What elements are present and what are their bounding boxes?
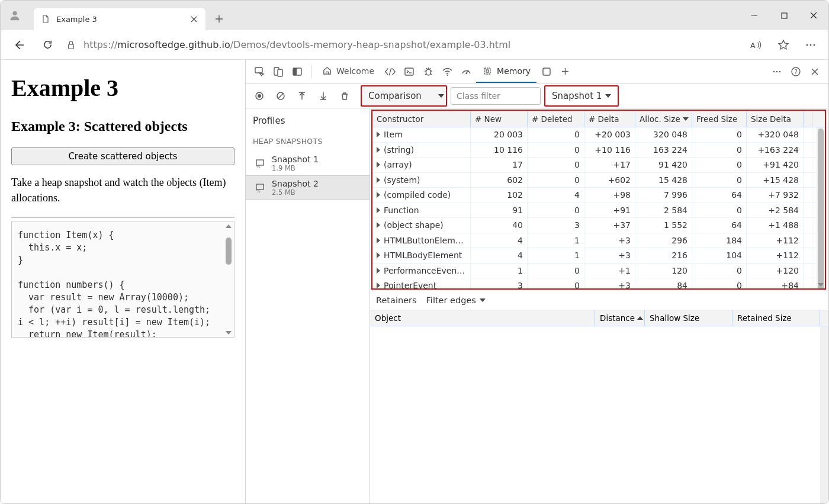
tab-add[interactable] xyxy=(557,63,574,81)
svg-point-4 xyxy=(806,44,808,46)
scrollbar[interactable] xyxy=(817,127,825,288)
bug-icon xyxy=(423,66,434,77)
tab-console[interactable] xyxy=(400,63,418,81)
tab-sources[interactable] xyxy=(419,63,437,81)
import-button[interactable] xyxy=(293,87,311,105)
table-row[interactable]: (array)170+1791 4200+91 420 xyxy=(372,158,825,173)
table-row[interactable]: (string)10 1160+10 116163 2240+163 224 xyxy=(372,143,825,158)
back-button[interactable] xyxy=(9,35,29,55)
col-retained-size[interactable]: Retained Size xyxy=(732,310,820,326)
create-scattered-objects-button[interactable]: Create scattered objects xyxy=(11,147,234,165)
svg-point-0 xyxy=(12,11,17,15)
cell-freed: 0 xyxy=(692,143,747,158)
page-content: Example 3 Example 3: Scattered objects C… xyxy=(1,60,245,503)
chevron-down-icon xyxy=(438,94,444,98)
star-icon xyxy=(777,39,789,51)
table-row[interactable]: (compiled code)1024+987 99664+7 932 xyxy=(372,188,825,203)
table-row[interactable]: PointerEvent30+3840+84 xyxy=(372,278,825,288)
cell-deleted: 0 xyxy=(528,173,584,188)
constructor-name: (string) xyxy=(384,145,414,155)
col-freed-size[interactable]: Freed Size xyxy=(692,111,747,127)
col-alloc-size[interactable]: Alloc. Size xyxy=(635,111,692,127)
cell-deleted: 0 xyxy=(528,158,584,172)
class-filter-input[interactable]: Class filter xyxy=(451,87,541,105)
tab-welcome[interactable]: Welcome xyxy=(316,60,380,83)
view-mode-select[interactable]: Comparison xyxy=(362,87,445,105)
inspect-button[interactable] xyxy=(250,63,268,81)
tab-elements[interactable] xyxy=(381,63,399,81)
table-row[interactable]: (object shape)403+371 55264+1 488 xyxy=(372,218,825,233)
constructor-name: PerformanceEven… xyxy=(384,266,465,275)
help-icon: ? xyxy=(791,66,801,77)
cell-sizedelta: +91 420 xyxy=(747,158,804,172)
cell-sizedelta: +15 428 xyxy=(747,173,804,188)
code-block[interactable]: function Item(x) { this.x = x; } functio… xyxy=(11,221,234,338)
scrollbar[interactable] xyxy=(820,326,828,504)
disclosure-icon xyxy=(377,192,380,198)
scrollbar[interactable] xyxy=(224,223,233,336)
svg-point-13 xyxy=(426,69,430,75)
export-button[interactable] xyxy=(314,87,332,105)
snapshot-item[interactable]: % Snapshot 2 2.5 MB xyxy=(246,175,369,200)
tab-network[interactable] xyxy=(438,63,456,81)
new-tab-button[interactable] xyxy=(209,9,229,29)
tab-application[interactable] xyxy=(538,63,555,81)
devtools-close-button[interactable] xyxy=(806,63,824,81)
col-object[interactable]: Object xyxy=(370,310,595,326)
gc-button[interactable] xyxy=(336,87,354,105)
table-row[interactable]: Function910+912 5840+2 584 xyxy=(372,203,825,219)
table-row[interactable]: PerformanceEven…10+11200+120 xyxy=(372,264,825,279)
svg-rect-18 xyxy=(543,68,550,75)
disclosure-icon xyxy=(377,207,380,213)
col-deleted[interactable]: # Deleted xyxy=(528,111,584,127)
tab-memory[interactable]: Memory xyxy=(476,60,536,83)
browser-tab[interactable]: Example 3 xyxy=(34,8,205,30)
dock-button[interactable] xyxy=(288,63,306,81)
col-new[interactable]: # New xyxy=(471,111,528,127)
refresh-button[interactable] xyxy=(37,35,57,55)
baseline-highlight: Snapshot 1 xyxy=(544,85,619,107)
cell-new: 4 xyxy=(471,248,528,263)
cell-alloc: 15 428 xyxy=(635,173,692,188)
table-row[interactable]: HTMLButtonElem…41+3296184+112 xyxy=(372,233,825,249)
cell-freed: 64 xyxy=(692,218,747,233)
tab-performance[interactable] xyxy=(457,63,475,81)
device-button[interactable] xyxy=(269,63,287,81)
table-row[interactable]: (system)6020+60215 4280+15 428 xyxy=(372,173,825,188)
device-icon xyxy=(273,66,284,77)
col-shallow-size[interactable]: Shallow Size xyxy=(645,310,732,326)
filter-edges-select[interactable]: Filter edges xyxy=(426,296,486,305)
menu-button[interactable] xyxy=(801,36,820,54)
table-row[interactable]: HTMLBodyElement41+3216104+112 xyxy=(372,248,825,264)
table-header: Constructor # New # Deleted # Delta Allo… xyxy=(372,111,825,127)
url-bar[interactable]: https://microsoftedge.github.io/Demos/de… xyxy=(66,34,738,56)
scroll-thumb[interactable] xyxy=(226,237,232,265)
snapshot-icon: % xyxy=(254,182,266,194)
table-row[interactable]: Item20 0030+20 003320 0480+320 048 xyxy=(372,127,825,143)
devtools-more-button[interactable] xyxy=(768,63,786,81)
maximize-button[interactable] xyxy=(769,1,799,30)
devtools-help-button[interactable]: ? xyxy=(787,63,805,81)
read-aloud-button[interactable]: A xyxy=(747,36,766,54)
app-icon xyxy=(541,66,552,77)
cell-new: 17 xyxy=(471,158,528,172)
tab-strip: Example 3 xyxy=(29,1,740,30)
cell-alloc: 84 xyxy=(635,278,692,288)
svg-rect-9 xyxy=(278,69,282,76)
baseline-select[interactable]: Snapshot 1 xyxy=(546,87,617,105)
close-button[interactable] xyxy=(799,1,828,30)
svg-text:%: % xyxy=(256,189,261,193)
minimize-button[interactable] xyxy=(740,1,769,30)
tab-close-button[interactable] xyxy=(189,14,198,24)
snapshot-item[interactable]: % Snapshot 1 1.9 MB xyxy=(246,152,369,175)
col-distance[interactable]: Distance xyxy=(595,310,645,326)
col-size-delta[interactable]: Size Delta xyxy=(747,111,804,127)
favorite-button[interactable] xyxy=(774,36,793,54)
record-button[interactable] xyxy=(250,87,268,105)
scroll-thumb[interactable] xyxy=(818,129,824,288)
col-delta[interactable]: # Delta xyxy=(584,111,635,127)
elements-icon xyxy=(384,66,396,77)
clear-button[interactable] xyxy=(272,87,290,105)
col-constructor[interactable]: Constructor xyxy=(372,111,471,127)
profile-button[interactable] xyxy=(1,1,29,30)
